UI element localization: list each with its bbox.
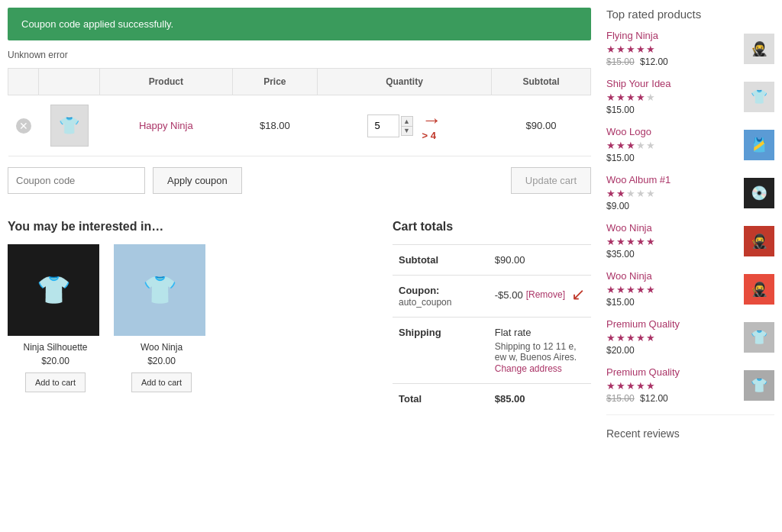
coupon-discount: -$5.00	[495, 289, 523, 301]
shipping-address: Shipping to 12 11 e, ew w, Buenos Aires.	[495, 341, 585, 363]
interest-price-0: $20.00	[8, 356, 103, 366]
sidebar-product-info-4: Woo Ninja ★★★★★ $35.00	[606, 222, 736, 260]
remove-coupon-link[interactable]: [Remove]	[526, 289, 565, 300]
totals-total-value: $85.00	[489, 384, 591, 414]
sidebar-product-link-1[interactable]: Ship Your Idea	[606, 78, 736, 89]
sidebar-product-info-3: Woo Album #1 ★★★★★ $9.00	[606, 174, 736, 211]
interests-grid: 👕 Ninja Silhouette $20.00 Add to cart 👕 …	[8, 244, 377, 392]
sidebar-stars-2: ★★★★★	[606, 140, 736, 151]
sidebar-product-img-1: 👕	[744, 82, 774, 112]
sidebar-product-5: Woo Ninja ★★★★★ $15.00 🥷	[606, 270, 774, 308]
price-0: $12.00	[640, 56, 668, 67]
qty-down-arrow[interactable]: ▼	[401, 126, 413, 136]
sidebar-product-2: Woo Logo ★★★★★ $15.00 🎽	[606, 126, 774, 163]
apply-coupon-button[interactable]: Apply coupon	[153, 167, 242, 194]
sidebar-product-link-4[interactable]: Woo Ninja	[606, 222, 736, 234]
sidebar-product-link-3[interactable]: Woo Album #1	[606, 174, 736, 185]
price-cell: $18.00	[232, 95, 317, 156]
old-price-7: $15.00	[606, 393, 635, 404]
col-subtotal: Subtotal	[492, 69, 591, 95]
totals-shipping-row: Shipping Flat rate Shipping to 12 11 e, …	[393, 318, 591, 384]
sidebar-stars-1: ★★★★★	[606, 92, 736, 103]
product-name-cell: Happy Ninja	[100, 95, 233, 156]
totals-total-label: Total	[393, 384, 489, 414]
add-to-cart-button-0[interactable]: Add to cart	[25, 372, 86, 392]
quantity-group: ▲ ▼	[367, 114, 413, 137]
col-remove	[8, 69, 39, 95]
sidebar-product-img-5: 🥷	[744, 274, 774, 305]
interest-item-0: 👕 Ninja Silhouette $20.00 Add to cart	[8, 244, 103, 392]
success-message: Coupon code applied successfully.	[21, 18, 173, 30]
sidebar-stars-5: ★★★★★	[606, 284, 736, 295]
sidebar-product-link-7[interactable]: Premium Quality	[606, 366, 736, 378]
product-subtotal: $90.00	[526, 120, 557, 131]
totals-subtotal-label: Subtotal	[393, 245, 489, 276]
coupon-code-text: auto_coupon	[399, 297, 451, 308]
totals-shipping-label: Shipping	[393, 318, 489, 384]
sidebar-product-link-5[interactable]: Woo Ninja	[606, 270, 736, 282]
sidebar-product-link-2[interactable]: Woo Logo	[606, 126, 736, 137]
quantity-annotation: > 4	[422, 130, 436, 141]
top-rated-title: Top rated products	[606, 8, 774, 21]
sidebar-product-link-0[interactable]: Flying Ninja	[606, 30, 736, 41]
cart-totals-title: Cart totals	[393, 220, 591, 234]
quantity-cell: ▲ ▼ → > 4	[318, 95, 492, 156]
sidebar-product-1: Ship Your Idea ★★★★★ $15.00 👕	[606, 78, 774, 115]
sidebar-product-img-6: 👕	[744, 322, 774, 353]
sidebar-product-info-5: Woo Ninja ★★★★★ $15.00	[606, 270, 736, 308]
change-address-link[interactable]: Change address	[495, 363, 562, 374]
sidebar-price-1: $15.00	[606, 105, 736, 115]
product-link[interactable]: Happy Ninja	[139, 120, 193, 131]
sidebar-product-info-1: Ship Your Idea ★★★★★ $15.00	[606, 78, 736, 115]
totals-shipping-value: Flat rate Shipping to 12 11 e, ew w, Bue…	[489, 318, 591, 384]
interest-item-1: 👕 Woo Ninja $20.00 Add to cart	[114, 244, 209, 392]
add-to-cart-button-1[interactable]: Add to cart	[131, 372, 192, 392]
col-image	[39, 69, 100, 95]
sidebar-product-img-4: 🥷	[744, 226, 774, 256]
totals-coupon-row: Coupon: auto_coupon -$5.00 [Remove] ↙	[393, 276, 591, 318]
sidebar-product-img-3: 💿	[744, 178, 774, 208]
totals-coupon-label: Coupon: auto_coupon	[393, 276, 489, 318]
sidebar-product-info-7: Premium Quality ★★★★★ $15.00 $12.00	[606, 366, 736, 404]
update-cart-button[interactable]: Update cart	[511, 167, 591, 194]
recent-reviews-title: Recent reviews	[606, 427, 774, 440]
interest-price-1: $20.00	[114, 356, 209, 366]
sidebar-stars-4: ★★★★★	[606, 236, 736, 247]
subtotal-cell: $90.00	[492, 95, 591, 156]
coupon-row: Apply coupon Update cart	[8, 167, 591, 194]
sidebar-stars-3: ★★★★★	[606, 188, 736, 199]
bottom-section: You may be interested in… 👕 Ninja Silhou…	[8, 206, 591, 414]
interest-name-0: Ninja Silhouette	[8, 342, 103, 353]
sidebar-stars-0: ★★★★★	[606, 44, 736, 55]
sidebar-product-info-2: Woo Logo ★★★★★ $15.00	[606, 126, 736, 163]
sidebar-product-img-2: 🎽	[744, 130, 774, 160]
remove-item-button[interactable]: ✕	[16, 118, 31, 134]
interests-section: You may be interested in… 👕 Ninja Silhou…	[8, 220, 377, 414]
qty-up-arrow[interactable]: ▲	[401, 116, 413, 126]
interest-image-1: 👕	[114, 244, 205, 336]
sidebar-price-2: $15.00	[606, 153, 736, 163]
sidebar-product-3: Woo Album #1 ★★★★★ $9.00 💿	[606, 174, 774, 211]
sidebar-product-img-0: 🥷	[744, 34, 774, 64]
totals-subtotal-row: Subtotal $90.00	[393, 245, 591, 276]
sidebar-price-3: $9.00	[606, 201, 736, 211]
remove-cell: ✕	[8, 95, 39, 156]
sidebar-stars-7: ★★★★★	[606, 380, 736, 392]
sidebar-price-0: $15.00 $12.00	[606, 56, 736, 67]
sidebar-stars-6: ★★★★★	[606, 332, 736, 343]
col-price: Price	[232, 69, 317, 95]
product-price: $18.00	[260, 120, 290, 131]
coupon-label-text: Coupon:	[399, 285, 439, 296]
sidebar-product-link-6[interactable]: Premium Quality	[606, 318, 736, 330]
quantity-input[interactable]	[367, 114, 399, 137]
interest-name-1: Woo Ninja	[114, 342, 209, 353]
sidebar-product-info-0: Flying Ninja ★★★★★ $15.00 $12.00	[606, 30, 736, 67]
success-banner: Coupon code applied successfully.	[8, 8, 591, 40]
coupon-input[interactable]	[8, 167, 145, 194]
shipping-method: Flat rate	[495, 327, 585, 338]
quantity-arrows: ▲ ▼	[401, 116, 413, 136]
cart-row: ✕ 👕 Happy Ninja $18.00	[8, 95, 591, 156]
interest-image-0: 👕	[8, 244, 99, 336]
sidebar-price-5: $15.00	[606, 297, 736, 308]
sidebar-price-7: $15.00 $12.00	[606, 393, 736, 404]
